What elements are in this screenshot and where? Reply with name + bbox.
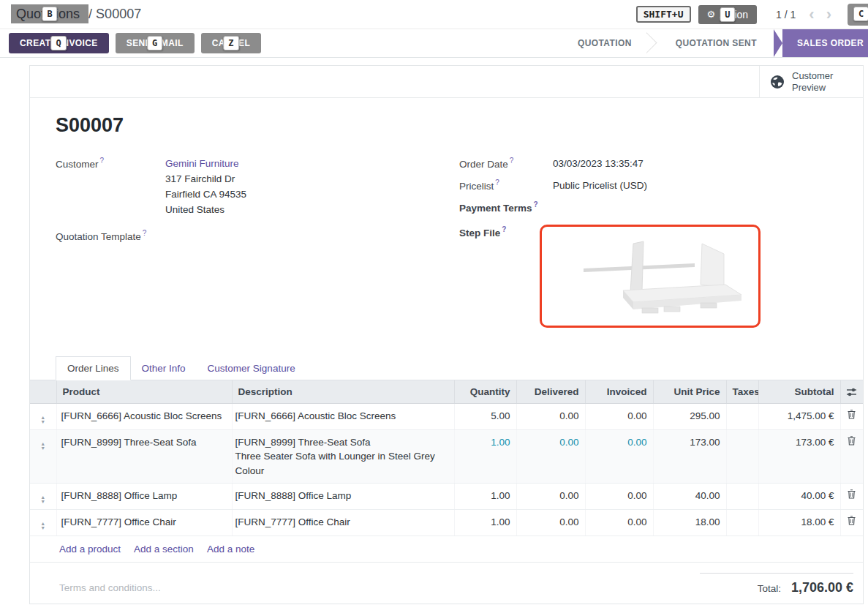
add-a-product-link[interactable]: Add a product — [59, 544, 121, 555]
field-payment-terms: Payment Terms? — [459, 200, 837, 214]
cell-delivered[interactable]: 0.00 — [516, 403, 585, 429]
cell-quantity[interactable]: 1.00 — [454, 429, 516, 484]
cell-quantity[interactable]: 5.00 — [454, 403, 516, 429]
order-lines-table: Product Description Quantity Delivered I… — [30, 380, 863, 537]
field-order-date: Order Date? 03/03/2023 13:35:47 — [459, 156, 837, 171]
globe-icon — [770, 75, 785, 89]
notebook-tabs: Order LinesOther InfoCustomer Signature — [30, 356, 863, 380]
cell-product[interactable]: [FURN_7777] Office Chair — [56, 510, 232, 536]
customer-preview-label: Customer Preview — [792, 70, 833, 93]
cell-description[interactable]: [FURN_8999] Three-Seat SofaThree Seater … — [232, 429, 454, 484]
cell-description[interactable]: [FURN_6666] Acoustic Bloc Screens — [232, 403, 454, 429]
col-quantity[interactable]: Quantity — [454, 380, 516, 404]
cell-delivered[interactable]: 0.00 — [516, 510, 585, 536]
cell-invoiced[interactable]: 0.00 — [585, 403, 653, 429]
help-icon: ? — [100, 157, 105, 165]
order-date-value[interactable]: 03/03/2023 13:35:47 — [553, 156, 644, 171]
delete-row-icon[interactable] — [848, 516, 856, 525]
page-title: S00007 — [56, 114, 837, 137]
field-step-file: Step File? — [459, 225, 837, 328]
breadcrumb-separator: / — [88, 7, 92, 21]
cell-unit-price[interactable]: 173.00 — [653, 429, 726, 484]
customer-address-line: United States — [165, 202, 246, 217]
order-date-label: Order Date? — [459, 156, 553, 171]
cell-product[interactable]: [FURN_6666] Acoustic Bloc Screens — [56, 403, 232, 429]
col-subtotal[interactable]: Subtotal — [758, 380, 840, 404]
step-file-preview[interactable] — [540, 225, 761, 328]
hint-badge: G — [147, 36, 163, 50]
cell-invoiced[interactable]: 0.00 — [585, 510, 653, 536]
cell-product[interactable]: [FURN_8888] Office Lamp — [56, 484, 232, 510]
quotation-template-label: Quotation Template? — [56, 228, 146, 242]
order-line-row[interactable]: ▲▼ [FURN_6666] Acoustic Bloc Screens [FU… — [30, 403, 863, 429]
field-pricelist: Pricelist? Public Pricelist (USD) — [459, 178, 837, 193]
cell-description[interactable]: [FURN_8888] Office Lamp — [232, 484, 454, 510]
cell-invoiced[interactable]: 0.00 — [585, 429, 653, 484]
breadcrumb-quotations-link[interactable]: Quotations B — [11, 4, 88, 23]
cell-delivered[interactable]: 0.00 — [516, 429, 585, 484]
cell-description[interactable]: [FURN_7777] Office Chair — [232, 510, 454, 536]
terms-placeholder[interactable]: Terms and conditions... — [59, 573, 161, 595]
tab-order-lines[interactable]: Order Lines — [56, 356, 131, 380]
order-line-row[interactable]: ▲▼ [FURN_7777] Office Chair [FURN_7777] … — [30, 510, 863, 536]
action-button[interactable]: SEND EMAIL G — [116, 33, 195, 53]
drag-handle-icon[interactable]: ▲▼ — [40, 519, 45, 530]
optional-columns-icon[interactable] — [846, 388, 857, 397]
delete-row-icon[interactable] — [848, 410, 856, 419]
status-step[interactable]: SALES ORDER — [782, 29, 868, 57]
col-invoiced[interactable]: Invoiced — [585, 380, 653, 404]
col-taxes[interactable]: Taxes — [726, 380, 758, 404]
order-line-row[interactable]: ▲▼ [FURN_8999] Three-Seat Sofa [FURN_899… — [30, 429, 863, 484]
col-delivered[interactable]: Delivered — [516, 380, 585, 404]
add-a-section-link[interactable]: Add a section — [134, 544, 194, 555]
tab-customer-signature[interactable]: Customer Signature — [197, 357, 306, 380]
add-a-note-link[interactable]: Add a note — [207, 544, 254, 555]
status-step[interactable]: QUOTATION SENT — [661, 29, 771, 57]
form-sheet: Customer Preview S00007 Customer? Gemini… — [29, 65, 864, 604]
cell-delivered[interactable]: 0.00 — [516, 484, 585, 510]
drag-handle-icon[interactable]: ▲▼ — [40, 413, 45, 424]
total-value: 1,706.00 € — [791, 580, 853, 595]
drag-handle-icon[interactable]: ▲▼ — [40, 439, 45, 451]
cell-quantity[interactable]: 1.00 — [454, 510, 516, 536]
hint-badge-edge: C — [853, 7, 868, 21]
pager-next-icon[interactable]: › — [820, 7, 837, 22]
breadcrumb: Quotations B / S00007 — [11, 7, 141, 22]
hint-badge-action: U — [720, 7, 735, 22]
pricelist-value[interactable]: Public Pricelist (USD) — [553, 178, 647, 193]
customer-link[interactable]: Gemini Furniture — [165, 156, 246, 171]
drag-handle-icon[interactable]: ▲▼ — [40, 492, 45, 504]
status-step[interactable]: QUOTATION — [563, 29, 646, 57]
order-line-row[interactable]: ▲▼ [FURN_8888] Office Lamp [FURN_8888] O… — [30, 484, 863, 510]
field-grid: Customer? Gemini Furniture 317 Fairchild… — [56, 156, 837, 334]
delete-row-icon[interactable] — [848, 489, 856, 499]
cell-invoiced[interactable]: 0.00 — [585, 484, 653, 510]
handle-column-header — [30, 380, 56, 404]
delete-row-icon[interactable] — [848, 436, 856, 446]
col-description[interactable]: Description — [232, 380, 454, 404]
cell-taxes[interactable] — [726, 484, 758, 510]
cell-quantity[interactable]: 1.00 — [454, 484, 516, 510]
action-buttons: CREATE INVOICE Q SEND EMAIL G CANCEL Z — [9, 33, 268, 53]
status-step-separator-icon — [646, 29, 661, 57]
cell-unit-price[interactable]: 18.00 — [653, 510, 726, 536]
optional-columns-header — [840, 380, 863, 404]
pager-prev-icon[interactable]: ‹ — [803, 7, 820, 22]
cell-taxes[interactable] — [726, 510, 758, 536]
help-icon: ? — [534, 200, 538, 208]
edge-cropped-button[interactable]: C — [848, 4, 868, 26]
action-button[interactable]: CREATE INVOICE Q — [9, 33, 109, 53]
cell-taxes[interactable] — [726, 403, 758, 429]
cell-taxes[interactable] — [726, 429, 758, 484]
action-menu-button[interactable]: ⚙ Action U — [698, 5, 758, 24]
cell-product[interactable]: [FURN_8999] Three-Seat Sofa — [56, 429, 232, 484]
action-button[interactable]: CANCEL Z — [201, 33, 261, 53]
cell-unit-price[interactable]: 40.00 — [653, 484, 726, 510]
tab-other-info[interactable]: Other Info — [131, 357, 197, 380]
customer-preview-button[interactable]: Customer Preview — [759, 66, 863, 97]
col-product[interactable]: Product — [56, 380, 232, 404]
col-unit-price[interactable]: Unit Price — [653, 380, 726, 404]
actions-bar: CREATE INVOICE Q SEND EMAIL G CANCEL Z Q… — [0, 29, 868, 58]
cell-unit-price[interactable]: 295.00 — [653, 403, 726, 429]
customer-label: Customer? — [56, 156, 165, 217]
